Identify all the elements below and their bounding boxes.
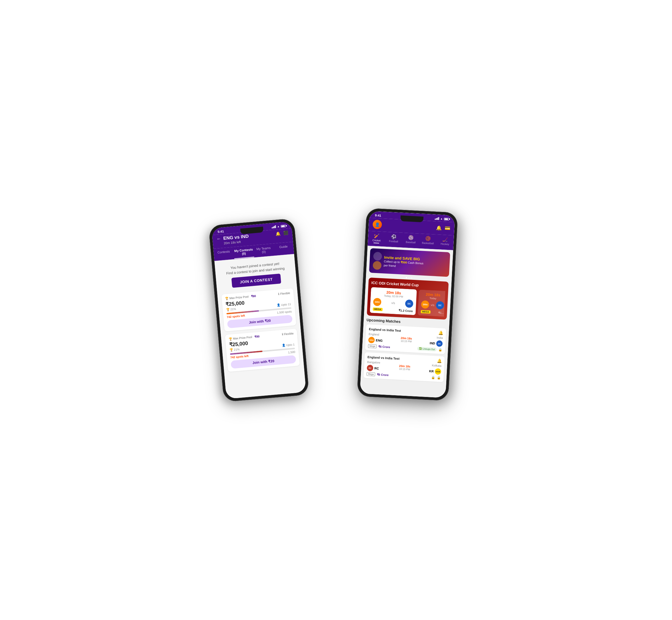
mega-tag-2: Mega (367, 372, 375, 376)
flexible-label-1: ℹ Flexible (278, 291, 290, 296)
left-signal (272, 225, 276, 228)
right-phone: 9:41 ▲ (357, 208, 458, 401)
crore-tag-1: ₹6 Crore (378, 345, 390, 348)
wallet-icon[interactable]: 💳 (444, 225, 450, 231)
icc-teams-1: SRH v/s DC (373, 298, 414, 308)
match-row-1-title: England vs India Test (369, 327, 401, 332)
team-right-1: India IND DC (429, 335, 443, 347)
team-dc-badge-2: DC (436, 301, 444, 309)
scene: 5:41 ▲ (207, 193, 465, 427)
dot-3 (411, 277, 412, 278)
percent-2: 🏆 21% (230, 348, 240, 352)
team-srh-badge-1: SRH (373, 298, 381, 306)
left-status-icons: ▲ (272, 224, 286, 228)
lineups-icon-1: ✅ (419, 347, 422, 350)
team-abbr-rc: RC (374, 366, 379, 370)
lock-icon-1: 🔒 (438, 348, 442, 352)
upcoming-section: Upcoming Matches England vs India Test 🔔… (361, 318, 449, 382)
crore-tag-2: ₹6 Crore (377, 373, 389, 376)
team-abbr-kr: KR (429, 369, 434, 373)
match-row-2-title: England vs India Test (368, 355, 400, 360)
promo-text: Invite and SAVE BIG Collect up to ₹500 C… (384, 255, 424, 269)
user-avatar[interactable]: 👤 (373, 220, 382, 229)
vs-text-2: v/s (431, 303, 434, 306)
match-center-2: 20m 18s 10:15 PM (399, 364, 411, 371)
left-phone: 5:41 ▲ (208, 218, 309, 402)
icc-match-card-2[interactable]: 20m 18s Today SRH v/s DC MEGA ₹1... (418, 290, 445, 317)
icc-match-card-1[interactable]: 20m 18s Today, 02:00 PM SRH v/s DC MEGA … (370, 287, 417, 315)
sport-tab-basketball[interactable]: 🏀 Basketball (419, 235, 437, 247)
icc-footer-2: MEGA ₹1... (421, 310, 443, 314)
tab-my-teams[interactable]: My Teams (0) (253, 243, 274, 257)
mega-badge-2: MEGA (421, 310, 431, 314)
team-left-1: England SRH ENG (368, 332, 383, 344)
team-left-2: Bangalore RC RC (367, 360, 380, 371)
team-right-2: Kolkata KR KKR (429, 364, 441, 375)
icc-title: ICC ODI Cricket World Cup (371, 280, 445, 289)
info-icon-2: ℹ (282, 333, 283, 336)
lock-icon-2b: 🔒 (437, 375, 441, 379)
basketball-icon: 🏀 (420, 235, 436, 242)
trophy-icon-2: 🏆 (229, 337, 232, 341)
person-icon-2: 👤 (282, 344, 285, 347)
notify-icon[interactable]: 🔔 (276, 231, 281, 236)
match-row-1-notify[interactable]: 🔔 (438, 330, 443, 335)
football-label: Football (389, 240, 398, 243)
spots-total-1: 1,500 spots (277, 310, 292, 314)
team-logo-ind: DC (436, 340, 442, 347)
sport-tab-cricket[interactable]: 🏏 Cricket (368, 232, 385, 244)
promo-banner[interactable]: Invite and SAVE BIG Collect up to ₹500 C… (369, 248, 450, 277)
tab-my-contests[interactable]: My Contests (0) (233, 245, 254, 259)
right-time: 9:41 (375, 213, 381, 217)
match-row-2: England vs India Test 🔔 Bangalore RC RC (364, 352, 444, 382)
crore-prize-2: ₹1... (438, 311, 444, 314)
contest-card-1: 🏆 Max Prize Pool ₹80 ℹ Flexible ₹25,000 (222, 288, 296, 331)
football-icon: ⚽ (386, 233, 402, 240)
sport-tab-baseball[interactable]: ⚾ Baseball (402, 234, 420, 246)
mega-tag-1: Mega (368, 344, 377, 348)
team-srh-badge-2: SRH (421, 300, 429, 308)
sport-tab-football[interactable]: ⚽ Football (385, 233, 402, 245)
crore-prize-1: ₹1.2 Crore (398, 309, 413, 313)
dot-2 (408, 277, 410, 278)
match-row-2-notify[interactable]: 🔔 (437, 358, 442, 363)
hockey-icon: 🏒 (437, 236, 453, 243)
right-scroll-area: Invite and SAVE BIG Collect up to ₹500 C… (360, 246, 453, 398)
team-abbr-ind: IND (430, 341, 435, 345)
menu-icon[interactable]: ⬛ (283, 230, 288, 235)
notification-icon[interactable]: 🔔 (436, 225, 442, 230)
right-notch (400, 215, 423, 222)
trophy-icon-1: 🏆 (225, 297, 229, 300)
spots-total-2: 1,500 (288, 350, 295, 354)
match-card-scroll: 20m 18s Today, 02:00 PM SRH v/s DC MEGA … (370, 287, 445, 316)
team-logo-eng: SRH (368, 337, 375, 343)
right-battery (444, 217, 449, 220)
hockey-label: Hockey (441, 242, 449, 246)
right-signal (435, 217, 439, 220)
flexible-label-2: ℹ Flexible (282, 331, 294, 336)
baseball-icon: ⚾ (403, 234, 419, 241)
mega-badge-1: MEGA (373, 307, 383, 311)
tab-contests[interactable]: Contests (213, 247, 234, 260)
baseball-label: Baseball (406, 241, 416, 244)
back-button[interactable]: ← (216, 236, 222, 241)
icc-teams-2: SRH v/s DC (421, 300, 444, 309)
upto-1: 👤 Upto 11 (277, 302, 291, 307)
icc-footer-1: MEGA ₹1.2 Crore (373, 307, 413, 312)
right-header-icons: 🔔 💳 (436, 225, 450, 231)
lineups-tag-1: ✅ Lineups Out (417, 347, 437, 351)
match-row-1: England vs India Test 🔔 England SRH ENG (365, 324, 446, 354)
lock-icon-2a: 🔒 (431, 375, 435, 379)
empty-state: You haven't joined a contest yet! Find a… (219, 260, 293, 289)
cricket-icon: 🏏 (369, 232, 385, 239)
person-icon-1: 👤 (277, 303, 280, 307)
left-screen: 5:41 ▲ (211, 221, 306, 399)
tab-guide[interactable]: Guide (273, 242, 294, 255)
percent-1: 🏆 21% (226, 307, 236, 311)
spots-left-2: 742 spots left (230, 354, 249, 359)
left-wifi-icon: ▲ (277, 225, 280, 228)
team-dc-badge-1: DC (405, 299, 413, 308)
right-screen: 9:41 ▲ (360, 211, 455, 398)
sport-tab-hockey[interactable]: 🏒 Hockey (436, 236, 454, 248)
join-contest-button[interactable]: JOIN A CONTEST (231, 273, 281, 288)
